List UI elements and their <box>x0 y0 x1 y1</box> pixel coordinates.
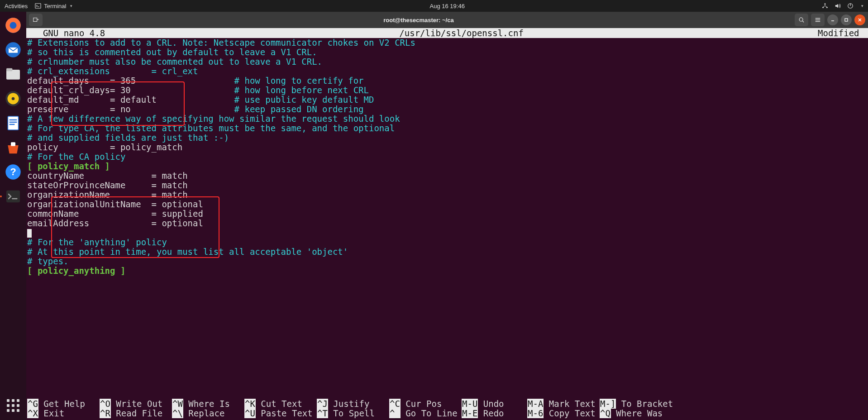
shortcut-key: M-E <box>462 408 478 418</box>
search-icon <box>798 17 805 23</box>
editor-area[interactable]: # Extensions to add to a CRL. Note: Nets… <box>26 38 868 399</box>
search-button[interactable] <box>795 14 808 26</box>
app-menu-label: Terminal <box>44 3 66 10</box>
nano-filename: /usr/lib/ssl/openssl.cnf <box>105 28 818 38</box>
show-apps-button[interactable] <box>2 395 24 416</box>
svg-text:?: ? <box>10 166 16 177</box>
shortcut-item: ^\ Replace <box>172 409 244 418</box>
editor-line: stateOrProvinceName = match <box>26 181 868 190</box>
maximize-button[interactable] <box>841 14 852 25</box>
svg-line-25 <box>802 21 804 22</box>
shortcut-label: Replace <box>183 408 225 418</box>
shortcut-key: ^R <box>100 408 111 418</box>
editor-line: # For the CA policy <box>26 152 868 162</box>
dock-app-thunderbird[interactable] <box>2 39 24 61</box>
shortcut-label: To Bracket <box>616 399 673 409</box>
chevron-down-icon: ▾ <box>70 4 72 8</box>
dock-app-libreoffice[interactable] <box>2 112 24 134</box>
svg-rect-18 <box>10 124 15 125</box>
system-tray[interactable]: ▾ <box>822 3 863 9</box>
editor-line: countryName = match <box>26 171 868 181</box>
editor-line: organizationalUnitName = optional <box>26 200 868 209</box>
dock-app-software[interactable] <box>2 137 24 158</box>
shortcut-row: ^X Exit^R Read File^\ Replace^U Paste Te… <box>26 409 868 418</box>
shortcut-item: M-U Undo <box>462 399 527 409</box>
svg-rect-22 <box>6 191 20 203</box>
gnome-top-panel: Activities Terminal ▾ Aug 16 19:46 ▾ <box>0 0 868 12</box>
shortcut-label: Go To Line <box>401 408 458 418</box>
shortcut-label: Mark Text <box>544 399 595 409</box>
shortcut-label: Copy Text <box>544 408 595 418</box>
shortcut-label: Cur Pos <box>401 399 442 409</box>
shortcut-key: ^U <box>244 408 256 418</box>
dock-app-firefox[interactable] <box>2 14 24 36</box>
minimize-button[interactable] <box>827 14 838 25</box>
dock-app-rhythmbox[interactable] <box>2 88 24 110</box>
hamburger-icon <box>815 17 821 23</box>
shortcut-item: M-E Redo <box>462 409 527 418</box>
shortcut-label: Undo <box>478 399 504 409</box>
text-cursor <box>27 229 32 238</box>
editor-line: # For the 'anything' policy <box>26 238 868 247</box>
shortcut-item: M-6 Copy Text <box>527 409 600 418</box>
dock-app-help[interactable]: ? <box>2 161 24 183</box>
nano-header: GNU nano 4.8 /usr/lib/ssl/openssl.cnf Mo… <box>26 28 868 38</box>
svg-rect-10 <box>6 68 12 72</box>
shortcut-row: ^G Get Help^O Write Out^W Where Is^K Cut… <box>26 399 868 409</box>
maximize-icon <box>844 18 849 22</box>
shortcut-label: Cut Text <box>256 399 302 409</box>
editor-line: # A few difference way of specifying how… <box>26 114 868 124</box>
dock-app-files[interactable] <box>2 63 24 85</box>
svg-point-13 <box>12 97 15 100</box>
svg-rect-23 <box>33 18 37 22</box>
grid-icon <box>7 399 19 412</box>
chevron-down-icon: ▾ <box>861 4 863 8</box>
editor-line: # crlnumber must also be commented out t… <box>26 57 868 67</box>
shortcut-item: M-] To Bracket <box>600 399 672 409</box>
editor-line: # and supplied fields are just that :-) <box>26 133 868 143</box>
terminal-icon <box>35 3 41 9</box>
shortcut-key: M-A <box>527 399 544 409</box>
shortcut-label: Where Was <box>611 408 663 418</box>
shortcut-item: ^J Justify <box>317 399 389 409</box>
shortcut-item: ^T To Spell <box>317 409 389 418</box>
window-title: root@thesecmaster: ~/ca <box>43 17 795 24</box>
dock-app-terminal[interactable] <box>2 186 24 207</box>
editor-line <box>26 228 868 238</box>
editor-line: # Extensions to add to a CRL. Note: Nets… <box>26 38 868 48</box>
svg-rect-0 <box>35 4 41 9</box>
editor-line: # For type CA, the listed attributes mus… <box>26 124 868 133</box>
dock: ? <box>0 12 26 420</box>
shortcut-item: ^R Read File <box>100 409 172 418</box>
shortcut-item: ^X Exit <box>27 409 100 418</box>
shortcut-key: ^T <box>317 408 328 418</box>
editor-line: emailAddress = optional <box>26 219 868 228</box>
editor-line: default_crl_days= 30 # how long before n… <box>26 86 868 95</box>
activities-button[interactable]: Activities <box>5 3 28 10</box>
app-menu[interactable]: Terminal ▾ <box>35 3 72 10</box>
menu-button[interactable] <box>811 14 825 26</box>
new-tab-button[interactable] <box>29 14 43 26</box>
shortcut-key: M-U <box>462 399 478 409</box>
svg-rect-16 <box>10 119 17 121</box>
editor-line: policy = policy_match <box>26 143 868 152</box>
svg-rect-14 <box>8 116 18 130</box>
editor-line: # types. <box>26 257 868 266</box>
nano-version: GNU nano 4.8 <box>33 28 105 38</box>
minimize-icon <box>830 18 835 22</box>
shortcut-label: Paste Text <box>256 408 313 418</box>
svg-rect-27 <box>845 19 848 21</box>
editor-line: commonName = supplied <box>26 209 868 219</box>
nano-status: Modified <box>818 28 867 38</box>
terminal-window: root@thesecmaster: ~/ca GNU nano 4.8 /us… <box>26 12 868 420</box>
close-button[interactable] <box>854 14 865 25</box>
shortcut-key: ^Q <box>600 408 611 418</box>
shortcut-item: ^O Write Out <box>100 399 172 409</box>
shortcut-key: ^G <box>27 399 38 409</box>
editor-line: [ policy_anything ] <box>26 266 868 276</box>
svg-rect-19 <box>11 142 15 146</box>
shortcut-key: ^_ <box>389 408 401 418</box>
nano-shortcut-bar: ^G Get Help^O Write Out^W Where Is^K Cut… <box>26 399 868 420</box>
plus-tab-icon <box>33 17 39 23</box>
clock[interactable]: Aug 16 19:46 <box>72 3 822 10</box>
